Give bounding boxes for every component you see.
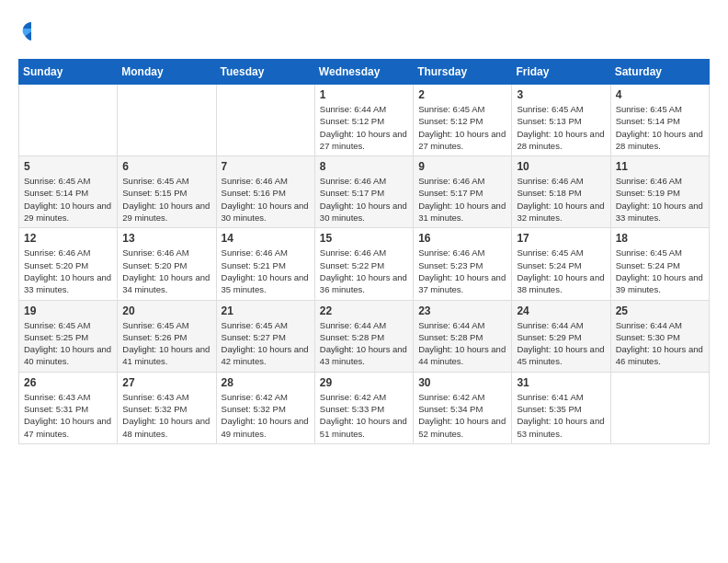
day-number: 26 bbox=[24, 376, 112, 389]
day-info: Sunrise: 6:44 AM Sunset: 5:29 PM Dayligh… bbox=[517, 319, 605, 368]
day-number: 17 bbox=[517, 232, 605, 245]
calendar-day-cell: 7Sunrise: 6:46 AM Sunset: 5:16 PM Daylig… bbox=[216, 156, 314, 228]
calendar-day-cell: 16Sunrise: 6:46 AM Sunset: 5:23 PM Dayli… bbox=[414, 228, 512, 300]
day-info: Sunrise: 6:42 AM Sunset: 5:34 PM Dayligh… bbox=[418, 391, 506, 440]
calendar-day-cell: 30Sunrise: 6:42 AM Sunset: 5:34 PM Dayli… bbox=[414, 372, 512, 443]
day-info: Sunrise: 6:45 AM Sunset: 5:13 PM Dayligh… bbox=[517, 103, 605, 152]
day-number: 4 bbox=[616, 88, 704, 101]
calendar-day-cell bbox=[216, 85, 314, 156]
day-number: 28 bbox=[222, 376, 310, 389]
day-info: Sunrise: 6:45 AM Sunset: 5:24 PM Dayligh… bbox=[616, 247, 704, 295]
calendar-day-cell: 22Sunrise: 6:44 AM Sunset: 5:28 PM Dayli… bbox=[314, 300, 413, 372]
day-info: Sunrise: 6:46 AM Sunset: 5:17 PM Dayligh… bbox=[418, 175, 506, 224]
calendar-day-header: Friday bbox=[512, 60, 610, 85]
day-info: Sunrise: 6:45 AM Sunset: 5:14 PM Dayligh… bbox=[616, 103, 704, 152]
day-info: Sunrise: 6:42 AM Sunset: 5:33 PM Dayligh… bbox=[320, 391, 408, 440]
day-info: Sunrise: 6:45 AM Sunset: 5:24 PM Dayligh… bbox=[517, 247, 605, 295]
calendar-header-row: SundayMondayTuesdayWednesdayThursdayFrid… bbox=[19, 60, 710, 85]
day-info: Sunrise: 6:46 AM Sunset: 5:20 PM Dayligh… bbox=[24, 247, 112, 295]
day-number: 14 bbox=[222, 232, 310, 245]
calendar-week-row: 26Sunrise: 6:43 AM Sunset: 5:31 PM Dayli… bbox=[19, 372, 710, 443]
day-number: 10 bbox=[517, 160, 605, 173]
calendar-day-cell bbox=[118, 85, 216, 156]
calendar-day-cell: 25Sunrise: 6:44 AM Sunset: 5:30 PM Dayli… bbox=[610, 300, 709, 372]
day-number: 25 bbox=[616, 304, 704, 317]
calendar-day-header: Tuesday bbox=[216, 60, 314, 85]
calendar-day-cell: 6Sunrise: 6:45 AM Sunset: 5:15 PM Daylig… bbox=[118, 156, 216, 228]
day-number: 5 bbox=[24, 160, 112, 173]
calendar-day-cell: 2Sunrise: 6:45 AM Sunset: 5:12 PM Daylig… bbox=[414, 85, 512, 156]
calendar-day-cell: 10Sunrise: 6:46 AM Sunset: 5:18 PM Dayli… bbox=[512, 156, 610, 228]
day-number: 6 bbox=[122, 160, 210, 173]
day-number: 18 bbox=[616, 232, 704, 245]
day-info: Sunrise: 6:46 AM Sunset: 5:19 PM Dayligh… bbox=[616, 175, 704, 224]
calendar-table: SundayMondayTuesdayWednesdayThursdayFrid… bbox=[18, 59, 710, 444]
calendar-day-cell: 8Sunrise: 6:46 AM Sunset: 5:17 PM Daylig… bbox=[314, 156, 413, 228]
day-info: Sunrise: 6:44 AM Sunset: 5:12 PM Dayligh… bbox=[320, 103, 408, 152]
calendar-day-cell: 9Sunrise: 6:46 AM Sunset: 5:17 PM Daylig… bbox=[414, 156, 512, 228]
day-info: Sunrise: 6:45 AM Sunset: 5:12 PM Dayligh… bbox=[418, 103, 506, 152]
calendar-day-header: Saturday bbox=[610, 60, 709, 85]
day-number: 8 bbox=[320, 160, 408, 173]
calendar-day-cell: 19Sunrise: 6:45 AM Sunset: 5:25 PM Dayli… bbox=[19, 300, 118, 372]
logo bbox=[18, 18, 48, 44]
day-number: 11 bbox=[616, 160, 704, 173]
calendar-day-cell: 20Sunrise: 6:45 AM Sunset: 5:26 PM Dayli… bbox=[118, 300, 216, 372]
logo-icon bbox=[18, 18, 44, 44]
day-number: 1 bbox=[320, 88, 408, 101]
day-info: Sunrise: 6:46 AM Sunset: 5:16 PM Dayligh… bbox=[222, 175, 310, 224]
day-number: 9 bbox=[418, 160, 506, 173]
calendar-day-cell bbox=[19, 85, 118, 156]
calendar-day-cell: 12Sunrise: 6:46 AM Sunset: 5:20 PM Dayli… bbox=[19, 228, 118, 300]
calendar-day-cell: 31Sunrise: 6:41 AM Sunset: 5:35 PM Dayli… bbox=[512, 372, 610, 443]
day-number: 12 bbox=[24, 232, 112, 245]
calendar-day-header: Thursday bbox=[414, 60, 512, 85]
calendar-day-cell: 5Sunrise: 6:45 AM Sunset: 5:14 PM Daylig… bbox=[19, 156, 118, 228]
day-info: Sunrise: 6:42 AM Sunset: 5:32 PM Dayligh… bbox=[222, 391, 310, 440]
day-info: Sunrise: 6:46 AM Sunset: 5:17 PM Dayligh… bbox=[320, 175, 408, 224]
calendar-day-cell: 17Sunrise: 6:45 AM Sunset: 5:24 PM Dayli… bbox=[512, 228, 610, 300]
page-header bbox=[18, 18, 710, 44]
calendar-day-header: Wednesday bbox=[314, 60, 413, 85]
day-info: Sunrise: 6:45 AM Sunset: 5:15 PM Dayligh… bbox=[122, 175, 210, 224]
calendar-day-header: Monday bbox=[118, 60, 216, 85]
day-info: Sunrise: 6:46 AM Sunset: 5:18 PM Dayligh… bbox=[517, 175, 605, 224]
day-number: 30 bbox=[418, 376, 506, 389]
calendar-day-cell: 11Sunrise: 6:46 AM Sunset: 5:19 PM Dayli… bbox=[610, 156, 709, 228]
calendar-day-cell: 28Sunrise: 6:42 AM Sunset: 5:32 PM Dayli… bbox=[216, 372, 314, 443]
calendar-day-cell: 26Sunrise: 6:43 AM Sunset: 5:31 PM Dayli… bbox=[19, 372, 118, 443]
calendar-day-cell: 23Sunrise: 6:44 AM Sunset: 5:28 PM Dayli… bbox=[414, 300, 512, 372]
day-info: Sunrise: 6:46 AM Sunset: 5:23 PM Dayligh… bbox=[418, 247, 506, 295]
calendar-week-row: 19Sunrise: 6:45 AM Sunset: 5:25 PM Dayli… bbox=[19, 300, 710, 372]
calendar-day-cell: 24Sunrise: 6:44 AM Sunset: 5:29 PM Dayli… bbox=[512, 300, 610, 372]
calendar-week-row: 12Sunrise: 6:46 AM Sunset: 5:20 PM Dayli… bbox=[19, 228, 710, 300]
day-number: 15 bbox=[320, 232, 408, 245]
day-number: 13 bbox=[122, 232, 210, 245]
day-number: 31 bbox=[517, 376, 605, 389]
day-info: Sunrise: 6:46 AM Sunset: 5:21 PM Dayligh… bbox=[222, 247, 310, 295]
calendar-body: 1Sunrise: 6:44 AM Sunset: 5:12 PM Daylig… bbox=[19, 85, 710, 444]
day-info: Sunrise: 6:45 AM Sunset: 5:25 PM Dayligh… bbox=[24, 319, 112, 368]
day-number: 7 bbox=[222, 160, 310, 173]
calendar-day-cell bbox=[610, 372, 709, 443]
day-info: Sunrise: 6:45 AM Sunset: 5:14 PM Dayligh… bbox=[24, 175, 112, 224]
calendar-day-cell: 1Sunrise: 6:44 AM Sunset: 5:12 PM Daylig… bbox=[314, 85, 413, 156]
day-info: Sunrise: 6:45 AM Sunset: 5:27 PM Dayligh… bbox=[222, 319, 310, 368]
day-info: Sunrise: 6:46 AM Sunset: 5:20 PM Dayligh… bbox=[122, 247, 210, 295]
day-number: 16 bbox=[418, 232, 506, 245]
calendar-day-cell: 29Sunrise: 6:42 AM Sunset: 5:33 PM Dayli… bbox=[314, 372, 413, 443]
calendar-week-row: 5Sunrise: 6:45 AM Sunset: 5:14 PM Daylig… bbox=[19, 156, 710, 228]
calendar-day-cell: 15Sunrise: 6:46 AM Sunset: 5:22 PM Dayli… bbox=[314, 228, 413, 300]
day-number: 19 bbox=[24, 304, 112, 317]
calendar-day-cell: 18Sunrise: 6:45 AM Sunset: 5:24 PM Dayli… bbox=[610, 228, 709, 300]
day-info: Sunrise: 6:44 AM Sunset: 5:28 PM Dayligh… bbox=[418, 319, 506, 368]
day-number: 20 bbox=[122, 304, 210, 317]
calendar-day-cell: 13Sunrise: 6:46 AM Sunset: 5:20 PM Dayli… bbox=[118, 228, 216, 300]
day-number: 21 bbox=[222, 304, 310, 317]
day-info: Sunrise: 6:43 AM Sunset: 5:31 PM Dayligh… bbox=[24, 391, 112, 440]
day-info: Sunrise: 6:44 AM Sunset: 5:30 PM Dayligh… bbox=[616, 319, 704, 368]
day-info: Sunrise: 6:46 AM Sunset: 5:22 PM Dayligh… bbox=[320, 247, 408, 295]
day-info: Sunrise: 6:45 AM Sunset: 5:26 PM Dayligh… bbox=[122, 319, 210, 368]
day-number: 3 bbox=[517, 88, 605, 101]
day-number: 27 bbox=[122, 376, 210, 389]
